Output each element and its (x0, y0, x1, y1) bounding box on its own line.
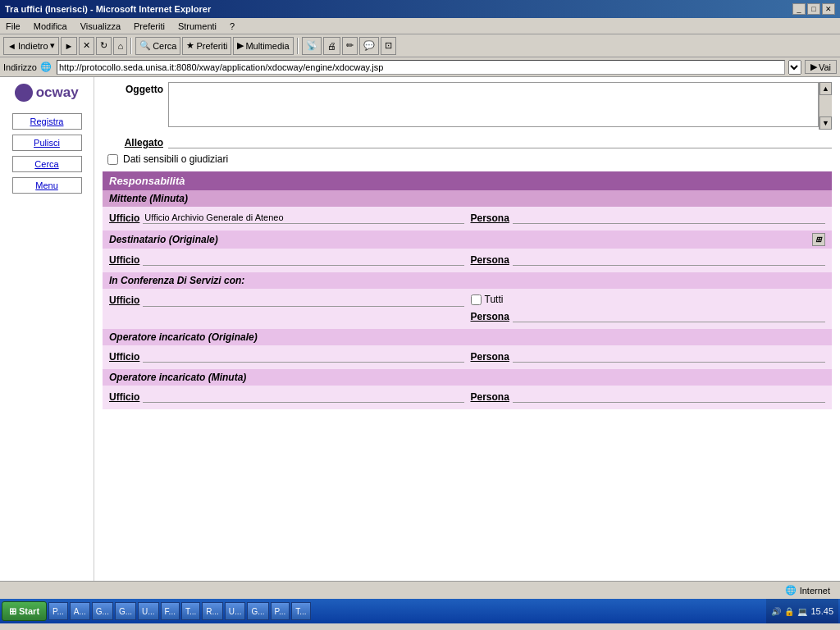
forward-button[interactable]: ► (61, 37, 78, 55)
menu-help[interactable]: ? (227, 21, 237, 32)
conf-persona-right-col: Persona (471, 310, 826, 322)
taskbar-item-11[interactable]: T... (291, 602, 310, 620)
taskbar-item-10[interactable]: P... (271, 602, 290, 620)
home-button[interactable]: ⌂ (113, 37, 127, 55)
op-orig-ufficio-col: Ufficio (109, 350, 464, 363)
tutti-row: Tutti (471, 294, 504, 305)
dest-persona-col: Persona (471, 253, 826, 266)
back-dropdown-icon[interactable]: ▾ (50, 40, 55, 51)
extra-btn-1[interactable]: ⊡ (381, 37, 396, 55)
start-button[interactable]: ⊞ Start (2, 601, 47, 621)
toolbar: ◄ Indietro ▾ ► ✕ ↻ ⌂ 🔍 Cerca ★ Preferiti… (0, 34, 840, 57)
op-orig-subheader: Operatore incaricato (Originale) (103, 329, 832, 345)
taskbar-item-1[interactable]: A... (70, 602, 90, 620)
op-min-fields: Ufficio Persona (109, 390, 825, 403)
destinatario-fields: Ufficio Persona (109, 253, 825, 266)
go-button[interactable]: ▶ Vai (805, 60, 837, 74)
taskbar-item-3[interactable]: G... (115, 602, 136, 620)
mittente-persona-input[interactable] (513, 212, 825, 224)
dati-sensibili-row: Dati sensibili o giudiziari (107, 153, 832, 165)
oggetto-textarea[interactable] (168, 82, 819, 127)
conferenza-body: Ufficio Tutti (103, 289, 832, 329)
print-button[interactable]: 🖨 (323, 37, 340, 55)
stop-button[interactable]: ✕ (79, 37, 94, 55)
op-orig-body: Ufficio Persona (103, 345, 832, 369)
dati-sensibili-checkbox[interactable] (107, 154, 118, 165)
destinatario-body: Ufficio Persona (103, 249, 832, 272)
menu-file[interactable]: File (3, 21, 23, 32)
taskbar-item-8[interactable]: U... (225, 602, 246, 620)
conferenza-fields: Ufficio Tutti (109, 294, 825, 307)
scroll-down-btn[interactable]: ▼ (819, 116, 832, 130)
menu-preferiti[interactable]: Preferiti (131, 21, 167, 32)
address-dropdown[interactable] (788, 60, 801, 75)
taskbar-item-0[interactable]: P... (48, 602, 68, 620)
op-orig-ufficio-label: Ufficio (109, 351, 143, 363)
taskbar-item-5[interactable]: F... (161, 602, 180, 620)
taskbar-item-6[interactable]: T... (181, 602, 200, 620)
taskbar-item-2[interactable]: G... (92, 602, 113, 620)
menu-strumenti[interactable]: Strumenti (176, 21, 219, 32)
search-button[interactable]: 🔍 Cerca (135, 37, 180, 55)
pulisci-button[interactable]: Pulisci (12, 135, 82, 151)
taskbar-item-9[interactable]: G... (247, 602, 268, 620)
discuss-button[interactable]: 💬 (359, 37, 379, 55)
dest-ufficio-label: Ufficio (109, 254, 143, 266)
sidebar: ocway Registra Pulisci Cerca Menu (0, 77, 94, 581)
dest-ufficio-input[interactable] (143, 253, 463, 266)
minimize-button[interactable]: _ (792, 3, 806, 15)
main-area: Oggetto ▲ ▼ Allegato Dati sensibil (94, 77, 840, 581)
status-bar: 🌐 Internet (0, 581, 840, 599)
oggetto-scrollbar[interactable]: ▲ ▼ (819, 82, 832, 130)
refresh-button[interactable]: ↻ (96, 37, 112, 55)
responsabilita-section: Responsabilità Mittente (Minuta) Ufficio… (103, 171, 832, 409)
menu-visualizza[interactable]: Visualizza (78, 21, 123, 32)
expand-icon[interactable]: ⊞ (812, 233, 825, 246)
multimedia-button[interactable]: ▶ Multimedia (233, 37, 293, 55)
registra-button[interactable]: Registra (12, 113, 82, 130)
taskbar-clock: 15.45 (810, 606, 833, 616)
tray-icon-3: 💻 (797, 607, 807, 616)
close-button[interactable]: ✕ (822, 3, 835, 15)
media-btn-1[interactable]: 📡 (302, 37, 322, 55)
allegato-label: Allegato (103, 137, 168, 148)
favorites-button[interactable]: ★ Preferiti (182, 37, 231, 55)
back-button[interactable]: ◄ Indietro ▾ (3, 37, 59, 55)
maximize-button[interactable]: □ (807, 3, 820, 15)
allegato-input[interactable] (168, 136, 832, 148)
tutti-checkbox[interactable] (471, 294, 482, 305)
mittente-fields: Ufficio Persona (109, 212, 825, 224)
dest-persona-input[interactable] (513, 253, 825, 266)
conf-persona-input[interactable] (513, 310, 825, 322)
conf-ufficio-input[interactable] (143, 294, 463, 307)
status-zone: 🌐 Internet (785, 585, 837, 596)
mittente-ufficio-label: Ufficio (109, 212, 143, 224)
cerca-button[interactable]: Cerca (12, 156, 82, 172)
logo-text: ocway (36, 84, 79, 100)
taskbar-item-4[interactable]: U... (138, 602, 159, 620)
address-input[interactable] (57, 60, 785, 75)
op-orig-persona-input[interactable] (513, 350, 825, 363)
mittente-ufficio-input[interactable] (143, 212, 463, 224)
oggetto-label: Oggetto (103, 82, 168, 95)
conferenza-persona-row: Persona (109, 310, 825, 322)
tutti-label: Tutti (485, 294, 504, 305)
taskbar-tray: 🔊 🔒 💻 15.45 (766, 599, 838, 623)
toolbar-sep-2 (297, 38, 299, 54)
taskbar: ⊞ Start P... A... G... G... U... F... T.… (0, 599, 840, 623)
scroll-up-btn[interactable]: ▲ (819, 82, 832, 95)
address-icon: 🌐 (40, 62, 52, 72)
scroll-track (819, 95, 832, 116)
menu-button[interactable]: Menu (12, 177, 82, 194)
mittente-body: Ufficio Persona (103, 207, 832, 231)
mittente-persona-col: Persona (471, 212, 826, 224)
op-min-ufficio-input[interactable] (143, 390, 463, 403)
op-min-persona-input[interactable] (513, 390, 825, 403)
title-bar: Tra uffici (Inserisci) - Microsoft Inter… (0, 0, 840, 18)
op-orig-persona-col: Persona (471, 350, 826, 363)
op-orig-ufficio-input[interactable] (143, 350, 463, 363)
edit-button[interactable]: ✏ (342, 37, 358, 55)
menu-modifica[interactable]: Modifica (31, 21, 70, 32)
title-bar-buttons[interactable]: _ □ ✕ (792, 3, 835, 15)
taskbar-item-7[interactable]: R... (202, 602, 223, 620)
